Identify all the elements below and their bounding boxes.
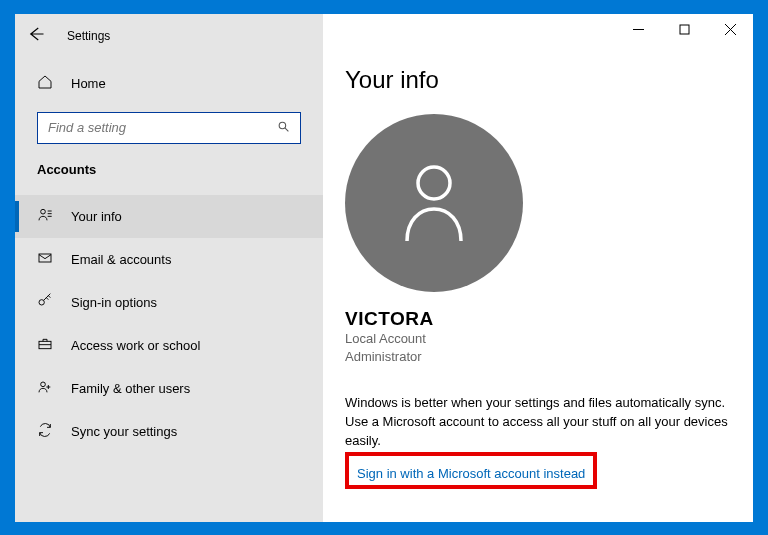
sidebar-item-label: Email & accounts — [71, 252, 171, 267]
briefcase-icon — [37, 336, 53, 355]
home-button[interactable]: Home — [15, 64, 323, 104]
sidebar: Settings Home Accounts Your info E — [15, 14, 323, 522]
mail-icon — [37, 250, 53, 269]
maximize-button[interactable] — [661, 14, 707, 46]
page-title: Your info — [345, 66, 731, 94]
content-area: Your info VICTORA Local Account Administ… — [323, 14, 753, 510]
signin-microsoft-link[interactable]: Sign in with a Microsoft account instead — [349, 462, 593, 485]
close-button[interactable] — [707, 14, 753, 46]
sidebar-item-label: Access work or school — [71, 338, 200, 353]
account-role: Administrator — [345, 348, 731, 366]
info-text: Windows is better when your settings and… — [345, 394, 731, 451]
section-header: Accounts — [15, 158, 323, 195]
window-controls — [615, 14, 753, 46]
svg-point-7 — [418, 167, 450, 199]
sidebar-item-family[interactable]: Family & other users — [15, 367, 323, 410]
sidebar-item-email[interactable]: Email & accounts — [15, 238, 323, 281]
account-type: Local Account — [345, 330, 731, 348]
titlebar-left: Settings — [15, 14, 323, 58]
app-title: Settings — [67, 29, 110, 43]
back-icon[interactable] — [27, 25, 45, 47]
sidebar-item-label: Your info — [71, 209, 122, 224]
person-icon — [37, 207, 53, 226]
username: VICTORA — [345, 308, 731, 330]
people-icon — [37, 379, 53, 398]
svg-rect-6 — [680, 25, 689, 34]
settings-window: Settings Home Accounts Your info E — [15, 14, 753, 522]
sidebar-item-label: Sign-in options — [71, 295, 157, 310]
svg-rect-2 — [39, 254, 51, 262]
search-icon — [277, 119, 290, 137]
svg-point-0 — [279, 122, 286, 129]
sidebar-item-label: Sync your settings — [71, 424, 177, 439]
sync-icon — [37, 422, 53, 441]
svg-point-5 — [41, 382, 46, 387]
sidebar-item-your-info[interactable]: Your info — [15, 195, 323, 238]
svg-point-3 — [39, 299, 44, 304]
highlight-annotation: Sign in with a Microsoft account instead — [345, 452, 597, 489]
svg-point-1 — [41, 209, 46, 214]
avatar — [345, 114, 523, 292]
minimize-button[interactable] — [615, 14, 661, 46]
sidebar-item-signin[interactable]: Sign-in options — [15, 281, 323, 324]
sidebar-item-sync[interactable]: Sync your settings — [15, 410, 323, 453]
key-icon — [37, 293, 53, 312]
search-input-wrapper[interactable] — [37, 112, 301, 144]
person-placeholder-icon — [399, 161, 469, 245]
sidebar-item-label: Family & other users — [71, 381, 190, 396]
sidebar-item-work[interactable]: Access work or school — [15, 324, 323, 367]
home-label: Home — [71, 76, 106, 91]
home-icon — [37, 74, 53, 94]
search-input[interactable] — [48, 120, 277, 135]
main-panel: Your info VICTORA Local Account Administ… — [323, 14, 753, 522]
